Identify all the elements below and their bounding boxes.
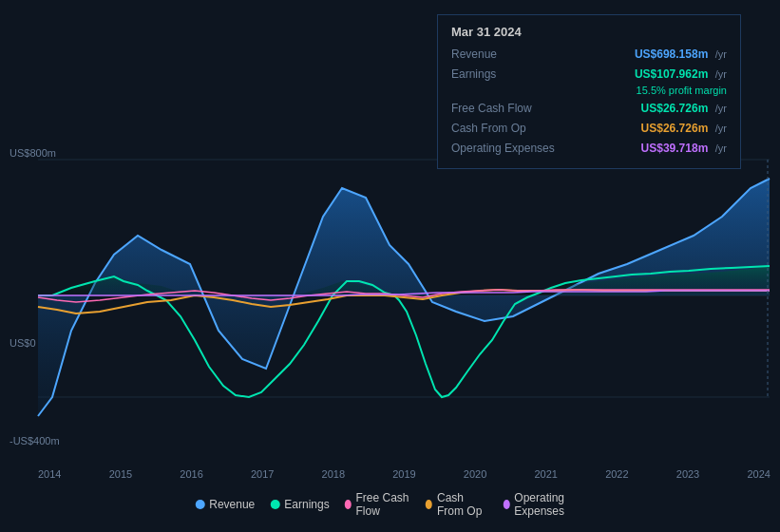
chart-legend: Revenue Earnings Free Cash Flow Cash Fro… <box>195 491 585 518</box>
legend-label-revenue: Revenue <box>209 498 255 511</box>
revenue-label: Revenue <box>451 48 565 61</box>
x-label-2021: 2021 <box>534 468 557 480</box>
x-label-2023: 2023 <box>676 468 699 480</box>
earnings-unit: /yr <box>715 68 727 80</box>
legend-dot-fcf <box>345 500 352 509</box>
fcf-value: US$26.726m <box>641 102 709 115</box>
x-label-2017: 2017 <box>251 468 274 480</box>
legend-label-opex: Operating Expenses <box>514 491 584 518</box>
info-tooltip: Mar 31 2024 Revenue US$698.158m /yr Earn… <box>437 14 741 169</box>
fcf-label: Free Cash Flow <box>451 102 565 115</box>
x-label-2018: 2018 <box>322 468 345 480</box>
earnings-row: Earnings US$107.962m /yr <box>451 65 727 82</box>
legend-dot-cashop <box>426 500 432 509</box>
legend-opex[interactable]: Operating Expenses <box>503 491 584 518</box>
chart-svg <box>0 141 780 454</box>
cashop-unit: /yr <box>715 123 727 134</box>
legend-revenue[interactable]: Revenue <box>195 498 255 511</box>
fcf-unit: /yr <box>715 103 727 114</box>
cashop-value: US$26.726m <box>641 122 709 135</box>
opex-label: Operating Expenses <box>451 142 565 155</box>
x-label-2014: 2014 <box>38 468 61 480</box>
legend-earnings[interactable]: Earnings <box>270 498 329 511</box>
x-label-2022: 2022 <box>605 468 628 480</box>
legend-label-cashop: Cash From Op <box>437 491 488 518</box>
earnings-label: Earnings <box>451 67 565 81</box>
revenue-unit: /yr <box>715 48 727 60</box>
earnings-value: US$107.962m <box>635 67 708 81</box>
opex-unit: /yr <box>715 142 727 154</box>
x-label-2015: 2015 <box>109 468 132 480</box>
legend-cashop[interactable]: Cash From Op <box>426 491 487 518</box>
legend-fcf[interactable]: Free Cash Flow <box>345 491 411 518</box>
legend-dot-revenue <box>195 500 204 509</box>
x-label-2024: 2024 <box>747 468 770 480</box>
legend-label-earnings: Earnings <box>284 498 329 511</box>
x-label-2016: 2016 <box>180 468 202 480</box>
x-axis-labels: 2014 2015 2016 2017 2018 2019 2020 2021 … <box>38 468 770 480</box>
profit-margin-row: 15.5% profit margin <box>451 85 727 96</box>
legend-dot-earnings <box>270 500 279 509</box>
x-label-2019: 2019 <box>392 468 415 480</box>
cashop-row: Cash From Op US$26.726m /yr <box>451 119 727 136</box>
legend-dot-opex <box>503 500 509 509</box>
fcf-row: Free Cash Flow US$26.726m /yr <box>451 99 727 116</box>
legend-label-fcf: Free Cash Flow <box>355 491 410 518</box>
profit-margin-value: 15.5% profit margin <box>637 85 727 96</box>
revenue-row: Revenue US$698.158m /yr <box>451 45 727 62</box>
opex-row: Operating Expenses US$39.718m /yr <box>451 139 727 156</box>
tooltip-date: Mar 31 2024 <box>451 25 727 39</box>
opex-value: US$39.718m <box>641 142 709 155</box>
x-label-2020: 2020 <box>464 468 486 480</box>
earnings-neg-area <box>38 295 770 397</box>
chart-container: Mar 31 2024 Revenue US$698.158m /yr Earn… <box>0 0 780 532</box>
revenue-value: US$698.158m <box>635 48 708 61</box>
cashop-label: Cash From Op <box>451 122 565 135</box>
